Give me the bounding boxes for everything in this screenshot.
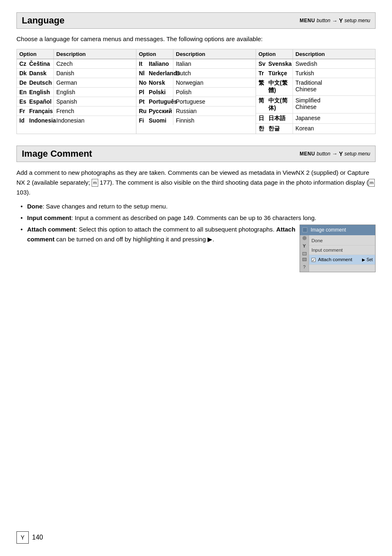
lang-desc: Spanish xyxy=(54,97,136,106)
attach-comment-row: Attach comment: Select this option to at… xyxy=(27,225,376,272)
attach-checkbox xyxy=(311,258,316,262)
setup-menu-label: setup menu xyxy=(344,18,370,23)
image-comment-section: Image Comment MENU button → Y setup menu… xyxy=(16,146,376,272)
menu-button-label: button xyxy=(317,18,330,23)
list-item: 日日本語 Japanese xyxy=(256,114,375,124)
col1-desc-header: Description xyxy=(54,49,136,59)
list-item: Input comment: Input a comment as descri… xyxy=(21,213,376,223)
lang-desc: Czech xyxy=(54,59,136,68)
lang-desc: English xyxy=(54,88,136,97)
lang-option: FiSuomi xyxy=(136,116,173,125)
camera-menu-item-input: Input comment xyxy=(309,246,375,255)
list-item: EsEspañol Spanish xyxy=(17,97,136,107)
setup-icon: Y xyxy=(339,17,343,24)
done-label: Done xyxy=(27,203,43,210)
camera-screen-title-icon xyxy=(302,227,307,232)
lang-option: EnEnglish xyxy=(17,88,54,97)
lang-desc: SimplifiedChinese xyxy=(293,96,375,113)
lang-option: PlPolski xyxy=(136,88,173,97)
lang-col1-header: Option Description xyxy=(17,49,136,59)
list-item: DkDansk Danish xyxy=(17,69,136,78)
image-comment-title: Image Comment xyxy=(22,148,92,159)
language-column-2: Option Description ItItaliano Italian Nl… xyxy=(136,49,256,134)
camera-screen-title: Image comment xyxy=(311,226,346,234)
lang-desc: Swedish xyxy=(293,59,375,68)
lang-desc: Turkish xyxy=(293,69,375,78)
list-item: Attach comment: Select this option to at… xyxy=(21,225,376,272)
lang-option: NlNederlands xyxy=(136,69,173,78)
list-item: PlPolski Polish xyxy=(136,88,256,97)
camera-screen-titlebar: Image comment xyxy=(300,225,375,235)
attach-set-label: ▶ Set xyxy=(362,257,373,263)
lang-option: RuРусский xyxy=(136,107,173,116)
camera-icon-y: Y xyxy=(303,243,306,250)
list-item: FrFrançais French xyxy=(17,107,136,116)
lang-option: 简中文(简体) xyxy=(256,96,293,113)
lang-option: ItItaliano xyxy=(136,59,173,68)
list-item: ItItaliano Italian xyxy=(136,59,256,69)
list-item: 简中文(简体) SimplifiedChinese xyxy=(256,96,375,114)
list-item: NlNederlands Dutch xyxy=(136,69,256,78)
ic-menu-word: MENU xyxy=(300,151,315,157)
lang-desc: Korean xyxy=(293,124,375,134)
lang-option: IdIndonesia xyxy=(17,116,54,125)
language-section-header: Language MENU button → Y setup menu xyxy=(16,12,376,29)
list-item: RuРусский Russian xyxy=(136,107,256,116)
lang-desc: TraditionalChinese xyxy=(293,78,375,95)
list-item: Done: Save changes and return to the set… xyxy=(21,202,376,211)
lang-option: EsEspañol xyxy=(17,97,54,106)
lang-desc: German xyxy=(54,78,136,87)
lang-option: TrTürkçe xyxy=(256,69,293,78)
camera-screen: Image comment Y ? Don xyxy=(300,225,376,272)
lang-option: NoNorsk xyxy=(136,78,173,87)
list-item: SvSvenska Swedish xyxy=(256,59,375,69)
lang-desc: Japanese xyxy=(293,114,375,123)
input-comment-label: Input comment xyxy=(27,214,71,221)
camera-icon-sq xyxy=(302,252,307,255)
language-title: Language xyxy=(22,15,65,26)
col2-option-header: Option xyxy=(136,49,173,59)
lang-col2-header: Option Description xyxy=(136,49,256,59)
camera-menu-item-done: Done xyxy=(309,236,375,246)
bullet-list: Done: Save changes and return to the set… xyxy=(21,202,376,272)
language-column-1: Option Description CzČeština Czech DkDan… xyxy=(17,49,136,134)
menu-word: MENU xyxy=(300,18,315,23)
list-item: PtPortuguês Portuguese xyxy=(136,97,256,107)
camera-icon-rect xyxy=(302,258,307,261)
list-item: EnEnglish English xyxy=(17,88,136,97)
col3-desc-header: Description xyxy=(293,49,375,59)
attach-comment-menu-label: Attach comment xyxy=(318,256,352,263)
lang-desc: Finnish xyxy=(173,116,256,125)
lang-desc: Norwegian xyxy=(173,78,256,87)
lang-desc: Indonesian xyxy=(54,116,136,125)
lang-desc: Italian xyxy=(173,59,256,68)
col2-desc-header: Description xyxy=(173,49,256,59)
list-item: CzČeština Czech xyxy=(17,59,136,69)
lang-option: DeDeutsch xyxy=(17,78,54,87)
ic-menu-arrow: → xyxy=(332,151,337,157)
camera-menu-item-attach: Attach comment ▶ Set xyxy=(309,255,375,264)
ref-box-103: m xyxy=(369,179,375,187)
camera-icon-q: ? xyxy=(303,264,305,271)
lang-desc: Danish xyxy=(54,69,136,78)
lang-option: CzČeština xyxy=(17,59,54,68)
list-item: FiSuomi Finnish xyxy=(136,116,256,125)
camera-icons-col: Y ? xyxy=(300,235,309,272)
lang-option: 繁中文(繁體) xyxy=(256,78,293,95)
lang-desc: French xyxy=(54,107,136,116)
lang-option: 한한글 xyxy=(256,124,293,134)
list-item: NoNorsk Norwegian xyxy=(136,78,256,88)
list-item: 繁中文(繁體) TraditionalChinese xyxy=(256,78,375,96)
page-bottom: Y 140 xyxy=(16,531,43,544)
ic-setup-icon: Y xyxy=(339,151,343,157)
lang-option: FrFrançais xyxy=(17,107,54,116)
lang-option: 日日本語 xyxy=(256,114,293,123)
language-table: Option Description CzČeština Czech DkDan… xyxy=(16,49,376,134)
camera-menu-items: Done Input comment Attach comment ▶ Set xyxy=(309,235,375,272)
list-item: IdIndonesia Indonesian xyxy=(17,116,136,125)
lang-col3-header: Option Description xyxy=(256,49,375,59)
language-menu-ref: MENU button → Y setup menu xyxy=(300,17,370,24)
lang-desc: Dutch xyxy=(173,69,256,78)
image-comment-section-header: Image Comment MENU button → Y setup menu xyxy=(16,146,376,162)
list-item: 한한글 Korean xyxy=(256,124,375,134)
